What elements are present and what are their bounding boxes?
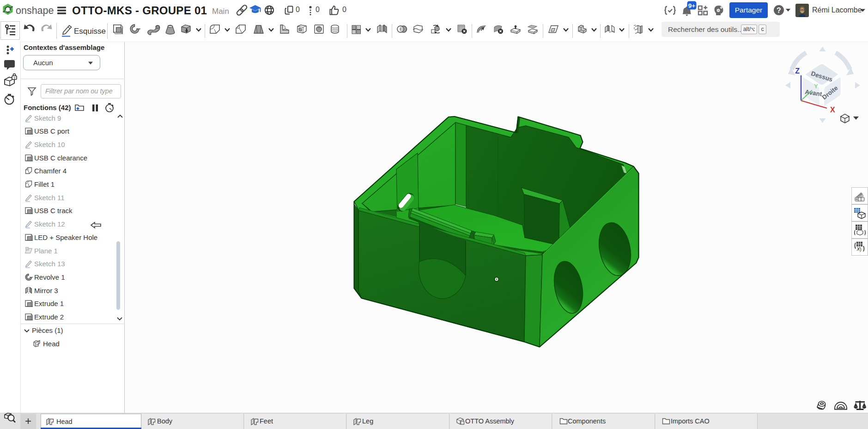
- svg-text:?: ?: [777, 6, 781, 14]
- svg-text:9+: 9+: [688, 2, 696, 9]
- svg-text:Y: Y: [814, 83, 818, 90]
- svg-text:X: X: [830, 106, 835, 114]
- svg-text:Z: Z: [795, 67, 800, 75]
- svg-text:onshape: onshape: [16, 5, 54, 16]
- svg-text:?: ?: [13, 77, 15, 80]
- svg-text:): ): [860, 246, 862, 252]
